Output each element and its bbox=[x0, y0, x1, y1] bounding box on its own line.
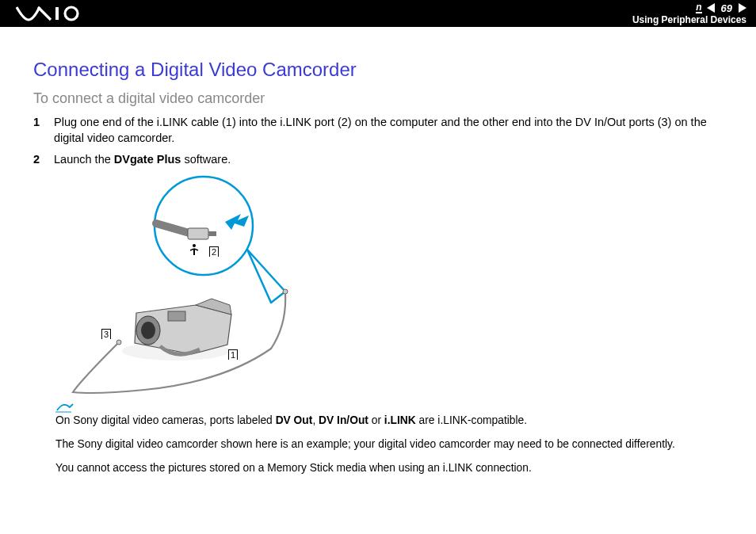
svg-point-13 bbox=[141, 322, 155, 339]
step-number: 1 bbox=[33, 115, 43, 131]
note-icon bbox=[55, 402, 74, 414]
svg-point-7 bbox=[193, 244, 196, 247]
connection-diagram: 2 1 3 bbox=[65, 174, 723, 399]
svg-point-15 bbox=[283, 289, 288, 294]
svg-rect-14 bbox=[168, 311, 185, 321]
step-number: 2 bbox=[33, 152, 43, 168]
note-line-2: The Sony digital video camcorder shown h… bbox=[55, 437, 723, 452]
prev-page-arrow[interactable] bbox=[707, 3, 715, 13]
step-text: Launch the DVgate Plus software. bbox=[54, 152, 231, 168]
page-title: Connecting a Digital Video Camcorder bbox=[33, 59, 723, 81]
svg-rect-5 bbox=[208, 231, 216, 236]
diagram-label-1: 1 bbox=[228, 349, 238, 360]
page-content: Connecting a Digital Video Camcorder To … bbox=[0, 27, 756, 475]
svg-rect-4 bbox=[188, 228, 208, 239]
step-item: 2 Launch the DVgate Plus software. bbox=[33, 152, 723, 168]
n-marker: n bbox=[696, 2, 701, 13]
page-nav: n 69 bbox=[696, 2, 746, 14]
step-text: Plug one end of the i.LINK cable (1) int… bbox=[54, 115, 723, 146]
diagram-label-2: 2 bbox=[209, 246, 219, 257]
note-line-1: On Sony digital video cameras, ports lab… bbox=[55, 414, 723, 428]
note-line-3: You cannot access the pictures stored on… bbox=[55, 461, 723, 475]
svg-rect-0 bbox=[55, 7, 59, 20]
header-bar: n 69 Using Peripheral Devices bbox=[0, 0, 756, 27]
step-list: 1 Plug one end of the i.LINK cable (1) i… bbox=[33, 115, 723, 168]
page-number: 69 bbox=[718, 2, 735, 14]
vaio-logo bbox=[16, 6, 95, 21]
notes-section: On Sony digital video cameras, ports lab… bbox=[55, 402, 723, 475]
section-title: Using Peripheral Devices bbox=[632, 14, 746, 25]
svg-point-1 bbox=[65, 7, 78, 20]
page-subtitle: To connect a digital video camcorder bbox=[33, 90, 723, 107]
step-item: 1 Plug one end of the i.LINK cable (1) i… bbox=[33, 115, 723, 146]
diagram-label-3: 3 bbox=[101, 329, 111, 339]
next-page-arrow[interactable] bbox=[739, 3, 746, 13]
svg-point-16 bbox=[116, 340, 121, 345]
